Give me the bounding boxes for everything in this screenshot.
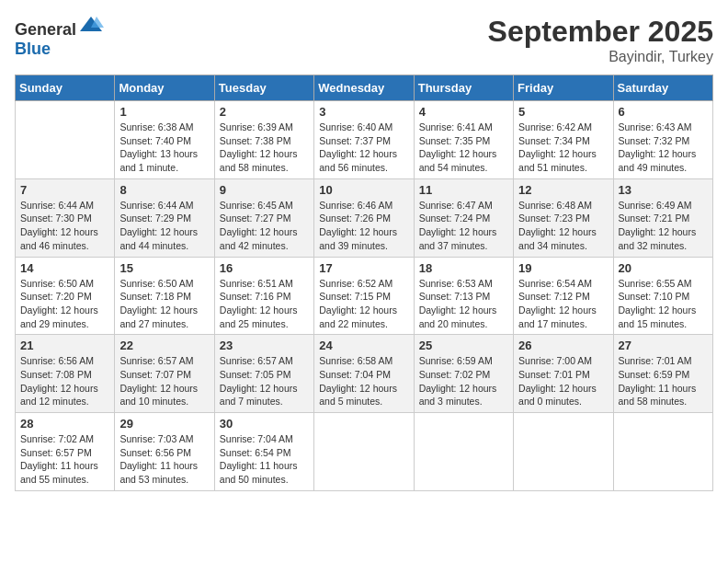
calendar-cell: 23Sunrise: 6:57 AMSunset: 7:05 PMDayligh… bbox=[214, 335, 313, 413]
day-number: 21 bbox=[20, 339, 109, 352]
header-cell-saturday: Saturday bbox=[613, 75, 712, 101]
day-number: 20 bbox=[619, 261, 708, 275]
day-number: 7 bbox=[20, 183, 109, 197]
month-title: September 2025 bbox=[488, 15, 713, 49]
header-cell-thursday: Thursday bbox=[414, 75, 513, 101]
day-info: Sunrise: 6:57 AMSunset: 7:07 PMDaylight:… bbox=[119, 354, 209, 408]
day-info: Sunrise: 6:50 AMSunset: 7:18 PMDaylight:… bbox=[119, 277, 209, 331]
day-info: Sunrise: 6:40 AMSunset: 7:37 PMDaylight:… bbox=[319, 121, 408, 175]
day-number: 5 bbox=[518, 105, 608, 119]
day-info: Sunrise: 6:42 AMSunset: 7:34 PMDaylight:… bbox=[518, 121, 608, 175]
day-info: Sunrise: 7:01 AMSunset: 6:59 PMDaylight:… bbox=[619, 354, 708, 408]
calendar-cell: 10Sunrise: 6:46 AMSunset: 7:26 PMDayligh… bbox=[314, 178, 414, 257]
day-info: Sunrise: 6:41 AMSunset: 7:35 PMDaylight:… bbox=[419, 121, 508, 175]
day-number: 26 bbox=[518, 339, 608, 352]
day-info: Sunrise: 6:58 AMSunset: 7:04 PMDaylight:… bbox=[319, 354, 408, 408]
header-cell-tuesday: Tuesday bbox=[214, 75, 313, 101]
day-number: 11 bbox=[419, 183, 508, 197]
calendar-cell bbox=[514, 413, 613, 491]
calendar-cell: 28Sunrise: 7:02 AMSunset: 6:57 PMDayligh… bbox=[16, 413, 115, 491]
calendar-cell: 16Sunrise: 6:51 AMSunset: 7:16 PMDayligh… bbox=[214, 257, 313, 335]
day-number: 10 bbox=[319, 183, 408, 197]
logo-icon bbox=[78, 15, 104, 35]
week-row-2: 14Sunrise: 6:50 AMSunset: 7:20 PMDayligh… bbox=[16, 257, 713, 335]
day-number: 24 bbox=[319, 339, 408, 352]
day-info: Sunrise: 6:38 AMSunset: 7:40 PMDaylight:… bbox=[119, 121, 209, 175]
calendar-cell: 8Sunrise: 6:44 AMSunset: 7:29 PMDaylight… bbox=[115, 178, 214, 257]
logo-text: General Blue bbox=[15, 15, 104, 59]
day-number: 13 bbox=[619, 183, 708, 197]
day-info: Sunrise: 6:56 AMSunset: 7:08 PMDaylight:… bbox=[20, 354, 109, 408]
day-number: 22 bbox=[119, 339, 209, 352]
day-info: Sunrise: 7:03 AMSunset: 6:56 PMDaylight:… bbox=[119, 432, 209, 487]
week-row-4: 28Sunrise: 7:02 AMSunset: 6:57 PMDayligh… bbox=[16, 413, 713, 491]
day-info: Sunrise: 6:44 AMSunset: 7:30 PMDaylight:… bbox=[20, 199, 109, 253]
day-info: Sunrise: 6:49 AMSunset: 7:21 PMDaylight:… bbox=[619, 199, 708, 253]
week-row-0: 1Sunrise: 6:38 AMSunset: 7:40 PMDaylight… bbox=[16, 101, 713, 179]
day-number: 16 bbox=[220, 261, 309, 275]
day-info: Sunrise: 6:48 AMSunset: 7:23 PMDaylight:… bbox=[518, 199, 608, 253]
calendar-cell: 6Sunrise: 6:43 AMSunset: 7:32 PMDaylight… bbox=[613, 101, 712, 179]
calendar-cell bbox=[414, 413, 513, 491]
day-info: Sunrise: 6:46 AMSunset: 7:26 PMDaylight:… bbox=[319, 199, 408, 253]
calendar-cell: 15Sunrise: 6:50 AMSunset: 7:18 PMDayligh… bbox=[115, 257, 214, 335]
day-number: 15 bbox=[119, 261, 209, 275]
calendar-cell: 7Sunrise: 6:44 AMSunset: 7:30 PMDaylight… bbox=[16, 178, 115, 257]
day-info: Sunrise: 6:44 AMSunset: 7:29 PMDaylight:… bbox=[119, 199, 209, 253]
day-info: Sunrise: 6:39 AMSunset: 7:38 PMDaylight:… bbox=[220, 121, 309, 175]
calendar-cell: 11Sunrise: 6:47 AMSunset: 7:24 PMDayligh… bbox=[414, 178, 513, 257]
location-title: Bayindir, Turkey bbox=[488, 49, 713, 65]
calendar-cell: 26Sunrise: 7:00 AMSunset: 7:01 PMDayligh… bbox=[514, 335, 613, 413]
day-info: Sunrise: 7:00 AMSunset: 7:01 PMDaylight:… bbox=[518, 354, 608, 408]
calendar-cell: 13Sunrise: 6:49 AMSunset: 7:21 PMDayligh… bbox=[613, 178, 712, 257]
header-cell-monday: Monday bbox=[115, 75, 214, 101]
day-info: Sunrise: 7:02 AMSunset: 6:57 PMDaylight:… bbox=[20, 432, 109, 487]
day-number: 30 bbox=[220, 417, 309, 431]
calendar-cell: 24Sunrise: 6:58 AMSunset: 7:04 PMDayligh… bbox=[314, 335, 414, 413]
day-number: 12 bbox=[518, 183, 608, 197]
day-number: 18 bbox=[419, 261, 508, 275]
calendar-cell: 29Sunrise: 7:03 AMSunset: 6:56 PMDayligh… bbox=[115, 413, 214, 491]
day-info: Sunrise: 6:52 AMSunset: 7:15 PMDaylight:… bbox=[319, 277, 408, 331]
day-info: Sunrise: 7:04 AMSunset: 6:54 PMDaylight:… bbox=[220, 432, 309, 487]
calendar-cell: 9Sunrise: 6:45 AMSunset: 7:27 PMDaylight… bbox=[214, 178, 313, 257]
day-info: Sunrise: 6:50 AMSunset: 7:20 PMDaylight:… bbox=[20, 277, 109, 331]
header: General Blue September 2025 Bayindir, Tu… bbox=[15, 15, 713, 65]
day-info: Sunrise: 6:53 AMSunset: 7:13 PMDaylight:… bbox=[419, 277, 508, 331]
header-cell-wednesday: Wednesday bbox=[314, 75, 414, 101]
day-info: Sunrise: 6:47 AMSunset: 7:24 PMDaylight:… bbox=[419, 199, 508, 253]
header-cell-friday: Friday bbox=[514, 75, 613, 101]
day-info: Sunrise: 6:45 AMSunset: 7:27 PMDaylight:… bbox=[220, 199, 309, 253]
calendar-cell: 4Sunrise: 6:41 AMSunset: 7:35 PMDaylight… bbox=[414, 101, 513, 179]
calendar-cell: 3Sunrise: 6:40 AMSunset: 7:37 PMDaylight… bbox=[314, 101, 414, 179]
calendar-cell: 1Sunrise: 6:38 AMSunset: 7:40 PMDaylight… bbox=[115, 101, 214, 179]
day-number: 6 bbox=[619, 105, 708, 119]
day-number: 19 bbox=[518, 261, 608, 275]
day-number: 4 bbox=[419, 105, 508, 119]
day-number: 3 bbox=[319, 105, 408, 119]
calendar-table: SundayMondayTuesdayWednesdayThursdayFrid… bbox=[15, 75, 713, 491]
calendar-cell: 25Sunrise: 6:59 AMSunset: 7:02 PMDayligh… bbox=[414, 335, 513, 413]
logo: General Blue bbox=[15, 15, 104, 59]
calendar-cell: 20Sunrise: 6:55 AMSunset: 7:10 PMDayligh… bbox=[613, 257, 712, 335]
day-info: Sunrise: 6:51 AMSunset: 7:16 PMDaylight:… bbox=[220, 277, 309, 331]
calendar-cell: 27Sunrise: 7:01 AMSunset: 6:59 PMDayligh… bbox=[613, 335, 712, 413]
day-number: 25 bbox=[419, 339, 508, 352]
calendar-cell: 17Sunrise: 6:52 AMSunset: 7:15 PMDayligh… bbox=[314, 257, 414, 335]
calendar-cell: 21Sunrise: 6:56 AMSunset: 7:08 PMDayligh… bbox=[16, 335, 115, 413]
logo-general: General bbox=[15, 20, 76, 39]
day-info: Sunrise: 6:55 AMSunset: 7:10 PMDaylight:… bbox=[619, 277, 708, 331]
calendar-cell bbox=[314, 413, 414, 491]
calendar-cell: 2Sunrise: 6:39 AMSunset: 7:38 PMDaylight… bbox=[214, 101, 313, 179]
day-number: 8 bbox=[119, 183, 209, 197]
day-info: Sunrise: 6:54 AMSunset: 7:12 PMDaylight:… bbox=[518, 277, 608, 331]
calendar-cell: 12Sunrise: 6:48 AMSunset: 7:23 PMDayligh… bbox=[514, 178, 613, 257]
day-info: Sunrise: 6:43 AMSunset: 7:32 PMDaylight:… bbox=[619, 121, 708, 175]
calendar-cell: 19Sunrise: 6:54 AMSunset: 7:12 PMDayligh… bbox=[514, 257, 613, 335]
week-row-1: 7Sunrise: 6:44 AMSunset: 7:30 PMDaylight… bbox=[16, 178, 713, 257]
day-number: 17 bbox=[319, 261, 408, 275]
calendar-cell bbox=[613, 413, 712, 491]
header-row: SundayMondayTuesdayWednesdayThursdayFrid… bbox=[16, 75, 713, 101]
day-number: 1 bbox=[119, 105, 209, 119]
week-row-3: 21Sunrise: 6:56 AMSunset: 7:08 PMDayligh… bbox=[16, 335, 713, 413]
